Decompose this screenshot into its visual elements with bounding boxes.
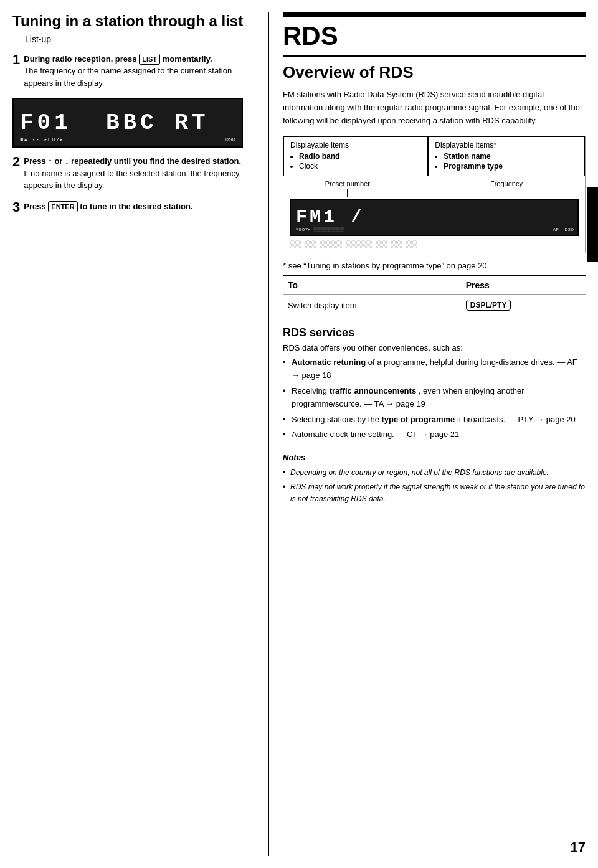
step-3-bold2: to tune in the desired station. xyxy=(80,202,192,211)
service-3-suffix: it broadcasts. — PTY → page 20 xyxy=(457,415,576,424)
radio-display-top: F01 BBC RT ■▲ ▪▪ ▸E07▸ DSO xyxy=(12,98,243,148)
display-dso: DSO xyxy=(225,137,235,143)
step-1-bold2: momentarily. xyxy=(163,54,212,64)
step-number-1: 1 xyxy=(12,53,20,67)
service-3-bold: type of programme xyxy=(382,415,455,424)
diag-labels-row: Preset number Frequency xyxy=(283,176,585,199)
display-text-main: F01 BBC RT xyxy=(20,110,209,136)
right-column: RDS Overview of RDS FM stations with Rad… xyxy=(268,12,586,856)
notes-list: Depending on the country or region, not … xyxy=(283,467,586,506)
diag-left-items: Radio band Clock xyxy=(299,152,421,171)
services-title: RDS services xyxy=(283,326,586,339)
rds-title: RDS xyxy=(283,21,586,57)
table-row: Switch display item DSPL/PTY xyxy=(283,295,586,316)
services-section: RDS services RDS data offers you other c… xyxy=(283,326,586,441)
diag-display-dso: DSO xyxy=(565,227,574,232)
diag-left-item-1: Radio band xyxy=(299,152,421,161)
service-2-bold: traffic announcements xyxy=(330,386,416,395)
dspl-pty-badge: DSPL/PTY xyxy=(466,300,511,311)
press-table-body: Switch display item DSPL/PTY xyxy=(283,295,586,316)
step-3-bold: Press xyxy=(24,202,48,211)
diag-display-text: FM1 / xyxy=(296,207,364,228)
step-2: 2 Press ↑ or ↓ repeatedly until you find… xyxy=(12,155,255,192)
step-1-content: During radio reception, press LIST momen… xyxy=(24,53,255,90)
enter-badge: ENTER xyxy=(48,201,77,213)
note-item-1: Depending on the country or region, not … xyxy=(283,467,586,479)
freq-arrow-line xyxy=(506,189,506,197)
diag-left-title: Displayable items xyxy=(290,141,421,149)
diag-right-title: Displayable items* xyxy=(435,141,578,149)
diag-display-sub: ≡EO7▸ ░░░░░░░░░░ xyxy=(296,227,344,232)
services-intro: RDS data offers you other conveniences, … xyxy=(283,343,586,352)
step-number-3: 3 xyxy=(12,200,20,214)
diag-right-item-1: Station name xyxy=(444,152,578,161)
step-number-2: 2 xyxy=(12,155,20,169)
top-bar xyxy=(283,12,586,17)
overview-title: Overview of RDS xyxy=(283,63,586,82)
step-2-desc: If no name is assigned to the selected s… xyxy=(24,167,255,192)
step-1: 1 During radio reception, press LIST mom… xyxy=(12,53,255,90)
note-1-text: Depending on the country or region, not … xyxy=(290,468,549,477)
col-to-header: To xyxy=(283,276,461,295)
left-column: Tuning in a station through a list List-… xyxy=(12,12,255,856)
list-badge: LIST xyxy=(139,54,160,65)
step-2-content: Press ↑ or ↓ repeatedly until you find t… xyxy=(24,155,255,192)
note-item-2: RDS may not work properly if the signal … xyxy=(283,481,586,505)
overview-text: FM stations with Radio Data System (RDS)… xyxy=(283,88,586,127)
diag-dots: ░░░ ░░░ ░░░░░░ ░░░░░░░ ░░░ ░░░ ░░░ xyxy=(283,241,585,253)
service-item-1: Automatic retuning of a programme, helpf… xyxy=(283,356,586,382)
preset-arrow-line xyxy=(347,189,348,197)
diag-preset-label: Preset number xyxy=(290,180,406,199)
services-list: Automatic retuning of a programme, helpf… xyxy=(283,356,586,441)
service-4-text: Automatic clock time setting. — CT → pag… xyxy=(292,430,459,439)
table-cell-press: DSPL/PTY xyxy=(461,295,586,316)
diag-spacer xyxy=(406,180,434,199)
notes-title: Notes xyxy=(283,451,586,465)
notes-section: Notes Depending on the country or region… xyxy=(283,451,586,505)
press-table: To Press Switch display item DSPL/PTY xyxy=(283,275,586,316)
step-3-content: Press ENTER to tune in the desired stati… xyxy=(24,200,255,213)
service-item-3: Selecting stations by the type of progra… xyxy=(283,413,586,427)
diag-display: FM1 / ≡EO7▸ ░░░░░░░░░░ AF DSO xyxy=(290,199,579,236)
note-star: * see “Tuning in stations by programme t… xyxy=(283,261,586,270)
diag-display-af: AF xyxy=(553,227,559,232)
press-table-header-row: To Press xyxy=(283,276,586,295)
note-2-text: RDS may not work properly if the signal … xyxy=(290,483,585,503)
page-number: 17 xyxy=(571,839,586,856)
col-press-header: Press xyxy=(461,276,586,295)
diag-right-items: Station name Programme type xyxy=(444,152,578,171)
subtitle: List-up xyxy=(12,34,255,44)
diag-left-item-2: Clock xyxy=(299,162,421,171)
black-bar-right xyxy=(587,187,598,262)
service-item-4: Automatic clock time setting. — CT → pag… xyxy=(283,428,586,441)
step-2-bold: Press ↑ or ↓ repeatedly until you find t… xyxy=(24,156,241,166)
diag-cell-left: Displayable items Radio band Clock xyxy=(283,136,428,176)
service-item-2: Receiving traffic announcements , even w… xyxy=(283,385,586,411)
rds-diagram: Displayable items Radio band Clock Displ… xyxy=(283,136,586,253)
diag-header: Displayable items Radio band Clock Displ… xyxy=(283,136,585,176)
step-1-desc: The frequency or the name assigned to th… xyxy=(24,65,255,89)
service-1-bold: Automatic retuning xyxy=(292,357,366,367)
diag-cell-right: Displayable items* Station name Programm… xyxy=(428,136,585,176)
diag-right-item-2: Programme type xyxy=(444,162,578,171)
service-2-prefix: Receiving xyxy=(292,386,330,395)
table-cell-to: Switch display item xyxy=(283,295,461,316)
switch-display-label: Switch display item xyxy=(288,301,357,310)
step-1-bold: During radio reception, press xyxy=(24,54,139,64)
service-3-prefix: Selecting stations by the xyxy=(292,415,382,424)
display-sub: ■▲ ▪▪ ▸E07▸ xyxy=(20,136,64,143)
step-3: 3 Press ENTER to tune in the desired sta… xyxy=(12,200,255,213)
page-title: Tuning in a station through a list xyxy=(12,12,255,31)
press-table-head: To Press xyxy=(283,276,586,295)
diag-freq-label: Frequency xyxy=(434,180,579,199)
